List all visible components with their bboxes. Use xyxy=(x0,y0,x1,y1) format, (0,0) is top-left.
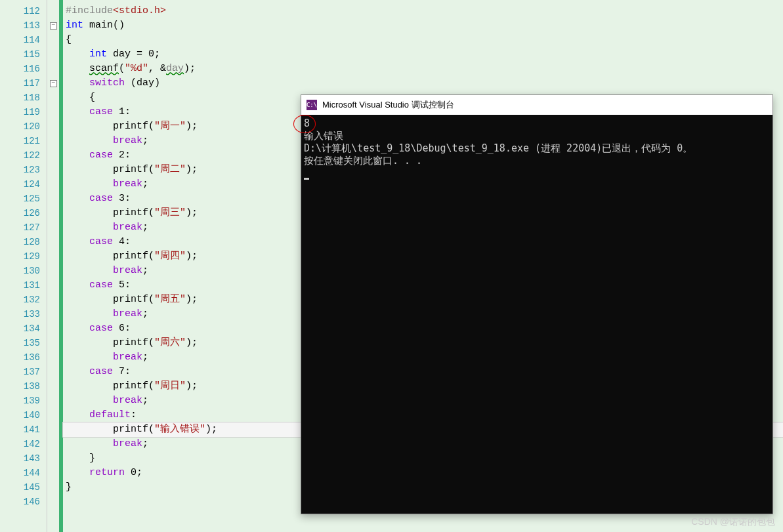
console-titlebar[interactable]: C:\ Microsoft Visual Studio 调试控制台 xyxy=(301,95,772,115)
fold-cell[interactable] xyxy=(47,379,59,394)
fold-cell[interactable] xyxy=(47,177,59,192)
line-number[interactable]: 127 xyxy=(0,220,47,235)
debug-console-window[interactable]: C:\ Microsoft Visual Studio 调试控制台 8输入错误D… xyxy=(301,94,773,514)
fold-cell[interactable] xyxy=(47,105,59,119)
code-line[interactable]: scanf("%d", &day); xyxy=(63,62,783,76)
line-number[interactable]: 115 xyxy=(0,47,47,62)
line-number[interactable]: 119 xyxy=(0,105,47,119)
fold-cell[interactable] xyxy=(47,91,59,105)
fold-cell[interactable] xyxy=(47,336,59,350)
fold-cell[interactable] xyxy=(47,365,59,379)
fold-cell[interactable] xyxy=(47,437,59,451)
fold-cell[interactable] xyxy=(47,134,59,148)
line-number[interactable]: 126 xyxy=(0,206,47,220)
line-number[interactable]: 142 xyxy=(0,437,47,451)
line-number[interactable]: 122 xyxy=(0,148,47,163)
fold-cell[interactable] xyxy=(47,235,59,249)
line-number[interactable]: 138 xyxy=(0,379,47,394)
fold-cell[interactable] xyxy=(47,321,59,336)
line-number[interactable]: 118 xyxy=(0,91,47,105)
line-number-gutter[interactable]: 1121131141151161171181191201211221231241… xyxy=(0,0,47,532)
line-number[interactable]: 121 xyxy=(0,134,47,148)
code-token xyxy=(66,193,89,204)
line-number[interactable]: 113 xyxy=(0,18,47,33)
code-token xyxy=(66,77,89,89)
line-number[interactable]: 112 xyxy=(0,4,47,18)
code-token: break xyxy=(113,265,142,276)
code-line[interactable]: { xyxy=(63,33,783,47)
line-number[interactable]: 140 xyxy=(0,408,47,422)
line-number[interactable]: 134 xyxy=(0,321,47,336)
line-number[interactable]: 136 xyxy=(0,350,47,365)
line-number[interactable]: 116 xyxy=(0,62,47,76)
fold-cell[interactable] xyxy=(47,422,59,437)
line-number[interactable]: 133 xyxy=(0,307,47,321)
code-line[interactable]: switch (day) xyxy=(63,76,783,91)
fold-cell[interactable] xyxy=(47,62,59,76)
code-token: 7: xyxy=(113,366,131,377)
code-token: printf( xyxy=(66,164,154,175)
code-line[interactable]: #include<stdio.h> xyxy=(63,4,783,18)
code-token: return xyxy=(89,467,125,478)
fold-cell[interactable] xyxy=(47,47,59,62)
console-cursor xyxy=(304,178,309,180)
line-number[interactable]: 117 xyxy=(0,76,47,91)
fold-cell[interactable] xyxy=(47,480,59,495)
line-number[interactable]: 137 xyxy=(0,365,47,379)
fold-cell[interactable] xyxy=(47,394,59,408)
fold-bar[interactable]: −− xyxy=(47,0,59,532)
line-number[interactable]: 128 xyxy=(0,235,47,249)
fold-cell[interactable]: − xyxy=(47,76,59,91)
code-token xyxy=(66,395,113,406)
fold-cell[interactable] xyxy=(47,249,59,264)
fold-cell[interactable] xyxy=(47,33,59,47)
line-number[interactable]: 129 xyxy=(0,249,47,264)
fold-cell[interactable] xyxy=(47,4,59,18)
fold-toggle-icon[interactable]: − xyxy=(50,80,57,87)
code-token: 4: xyxy=(113,236,131,247)
line-number[interactable]: 125 xyxy=(0,192,47,206)
line-number[interactable]: 114 xyxy=(0,33,47,47)
line-number[interactable]: 143 xyxy=(0,451,47,466)
line-number[interactable]: 131 xyxy=(0,278,47,293)
fold-cell[interactable] xyxy=(47,264,59,278)
fold-cell[interactable]: − xyxy=(47,18,59,33)
fold-cell[interactable] xyxy=(47,192,59,206)
code-token xyxy=(66,279,89,291)
line-number[interactable]: 146 xyxy=(0,495,47,509)
code-token: printf( xyxy=(66,380,154,392)
fold-cell[interactable] xyxy=(47,466,59,480)
line-number[interactable]: 135 xyxy=(0,336,47,350)
code-token: ); xyxy=(186,294,198,305)
fold-cell[interactable] xyxy=(47,119,59,134)
line-number[interactable]: 141 xyxy=(0,422,47,437)
console-body[interactable]: 8输入错误D:\计算机\test_9_18\Debug\test_9_18.ex… xyxy=(301,115,772,514)
fold-cell[interactable] xyxy=(47,148,59,163)
fold-cell[interactable] xyxy=(47,220,59,235)
fold-cell[interactable] xyxy=(47,293,59,307)
fold-toggle-icon[interactable]: − xyxy=(50,22,57,30)
fold-cell[interactable] xyxy=(47,206,59,220)
line-number[interactable]: 120 xyxy=(0,119,47,134)
code-line[interactable]: int day = 0; xyxy=(63,47,783,62)
fold-cell[interactable] xyxy=(47,307,59,321)
line-number[interactable]: 145 xyxy=(0,480,47,495)
console-line: 8 xyxy=(304,117,770,130)
line-number[interactable]: 144 xyxy=(0,466,47,480)
fold-cell[interactable] xyxy=(47,495,59,509)
line-number[interactable]: 124 xyxy=(0,177,47,192)
fold-cell[interactable] xyxy=(47,451,59,466)
fold-cell[interactable] xyxy=(47,408,59,422)
code-token: printf( xyxy=(66,121,154,132)
line-number[interactable]: 139 xyxy=(0,394,47,408)
line-number[interactable]: 123 xyxy=(0,163,47,177)
fold-cell[interactable] xyxy=(47,350,59,365)
fold-cell[interactable] xyxy=(47,163,59,177)
line-number[interactable]: 130 xyxy=(0,264,47,278)
line-number[interactable]: 132 xyxy=(0,293,47,307)
fold-cell[interactable] xyxy=(47,278,59,293)
code-line[interactable]: int main() xyxy=(63,18,783,33)
code-token: 0; xyxy=(125,467,142,478)
code-token: break xyxy=(113,352,142,363)
code-token: } xyxy=(66,453,95,464)
